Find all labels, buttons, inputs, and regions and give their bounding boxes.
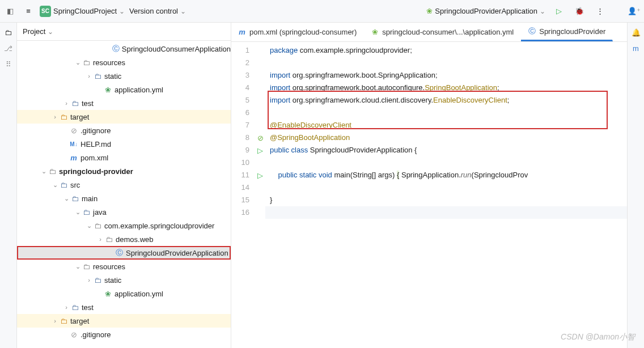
tree-label: .gitignore	[80, 330, 111, 339]
run-config-label: SpringcloudProviderApplication	[435, 7, 537, 15]
chevron-down-icon	[180, 7, 186, 15]
project-tool-title: Project	[23, 27, 45, 36]
tree-item[interactable]: ›🗀target	[17, 314, 231, 328]
structure-tool-button[interactable]: ⠿	[2, 58, 15, 70]
chevron-down-icon	[119, 7, 125, 15]
tree-chevron-icon: ⌄	[40, 168, 48, 175]
maven-tool-button[interactable]: m	[630, 42, 642, 54]
chevron-down-icon[interactable]	[48, 27, 53, 36]
chevron-down-icon	[540, 7, 545, 15]
tree-item[interactable]: ❀application.yml	[17, 287, 231, 300]
tree-chevron-icon: ⌄	[74, 59, 82, 66]
tree-item[interactable]: ⌄🗀src	[17, 178, 231, 192]
highlight-box	[268, 91, 608, 129]
tree-label: static	[104, 72, 121, 80]
code-line[interactable]	[265, 57, 627, 69]
tree-chevron-icon: ›	[51, 317, 59, 324]
tree-chevron-icon: ⌄	[74, 263, 82, 270]
code-content[interactable]: package com.example.springcloudprovider;…	[265, 42, 627, 348]
code-line[interactable]: import org.springframework.boot.SpringAp…	[265, 69, 627, 82]
run-config-selector[interactable]: ❀ SpringcloudProviderApplication	[426, 7, 545, 15]
line-numbers: 1234567891011141516	[231, 42, 255, 348]
tab-label: pom.xml (springcloud-consumer)	[249, 28, 357, 36]
tree-label: com.example.springcloudprovider	[104, 222, 214, 230]
tree-label: application.yml	[115, 290, 163, 298]
code-line[interactable]	[265, 181, 627, 194]
project-tree[interactable]: ⒸSpringcloudConsumerApplication⌄🗀resourc…	[17, 41, 231, 348]
code-line[interactable]: public static void main(String[] args) {…	[265, 169, 627, 181]
tree-label: test	[82, 99, 94, 108]
ide-logo-icon[interactable]: ◧	[3, 5, 17, 18]
tree-item[interactable]: ›🗀test	[17, 96, 231, 110]
code-line[interactable]	[265, 156, 627, 169]
project-tool-header: Project	[17, 23, 231, 41]
tree-item[interactable]: ›🗀static	[17, 273, 231, 287]
tree-chevron-icon: ⌄	[85, 222, 93, 230]
tree-item[interactable]: ⌄🗀com.example.springcloudprovider	[17, 219, 231, 232]
spring-icon: ❀	[426, 7, 433, 15]
tab-label: SpringcloudProvider	[539, 27, 605, 36]
tree-chevron-icon: ›	[51, 113, 59, 120]
version-control-button[interactable]: Version control	[129, 7, 186, 15]
tree-item[interactable]: ⌄🗀main	[17, 192, 231, 205]
tree-item[interactable]: ⌄🗀springcloud-provider	[17, 164, 231, 178]
editor-area: mpom.xml (springcloud-consumer)❀springcl…	[231, 23, 627, 348]
tree-label: resources	[93, 58, 125, 67]
tree-chevron-icon: ›	[62, 100, 70, 107]
tree-item[interactable]: mpom.xml	[17, 151, 231, 164]
tree-item[interactable]: ⌄🗀resources	[17, 56, 231, 69]
right-tool-strip: 🔔 m	[627, 23, 644, 348]
project-tool-window: Project ⒸSpringcloudConsumerApplication⌄…	[17, 23, 231, 348]
tree-item[interactable]: ›🗀demos.web	[17, 232, 231, 246]
code-line[interactable]: public class SpringcloudProviderApplicat…	[265, 144, 627, 156]
tree-label: application.yml	[115, 86, 163, 94]
more-actions-button[interactable]: ⋮	[593, 5, 607, 18]
vcs-label: Version control	[129, 7, 178, 15]
toolbar-left: ◧ ≡ SC SpringCloudProject Version contro…	[3, 5, 422, 18]
notifications-button[interactable]: 🔔	[630, 26, 642, 39]
tab-label: springcloud-consumer\...\application.yml	[382, 28, 514, 36]
project-selector[interactable]: SC SpringCloudProject	[40, 6, 125, 17]
tree-item[interactable]: ⌄🗀java	[17, 205, 231, 219]
tree-label: springcloud-provider	[59, 167, 133, 176]
tree-item[interactable]: ›🗀test	[17, 300, 231, 314]
project-tool-button[interactable]: 🗀	[2, 26, 15, 39]
editor-tab[interactable]: mpom.xml (springcloud-consumer)	[231, 23, 364, 41]
tree-item[interactable]: M↓HELP.md	[17, 137, 231, 151]
code-line[interactable]: }	[265, 194, 627, 206]
code-line[interactable]	[265, 206, 627, 219]
editor-tab[interactable]: ❀springcloud-consumer\...\application.ym…	[364, 23, 521, 41]
main-menu-button[interactable]: ≡	[22, 5, 35, 18]
tree-chevron-icon: ⌄	[74, 209, 82, 216]
main-area: 🗀 ⎇ ⠿ Project ⒸSpringcloudConsumerApplic…	[0, 23, 644, 348]
main-toolbar: ◧ ≡ SC SpringCloudProject Version contro…	[0, 0, 644, 23]
toolbar-right: ❀ SpringcloudProviderApplication ▷ 🐞 ⋮ 👤…	[426, 5, 641, 18]
tree-label: HELP.md	[80, 140, 111, 148]
tree-label: pom.xml	[80, 154, 108, 162]
tree-item[interactable]: ⒸSpringcloudConsumerApplication	[17, 42, 231, 56]
tab-icon: m	[238, 28, 246, 36]
tree-item[interactable]: ›🗀target	[17, 110, 231, 124]
run-button[interactable]: ▷	[552, 5, 566, 18]
editor-tabs: mpom.xml (springcloud-consumer)❀springcl…	[231, 23, 627, 42]
tree-item[interactable]: ❀application.yml	[17, 83, 231, 96]
tree-label: static	[104, 276, 121, 285]
code-line[interactable]: @SpringBootApplication	[265, 131, 627, 144]
code-editor[interactable]: 1234567891011141516 ⊘▷▷ package com.exam…	[231, 42, 627, 348]
tree-item[interactable]: ⒸSpringcloudProviderApplication	[17, 246, 231, 260]
tree-item[interactable]: ⌄🗀resources	[17, 260, 231, 273]
editor-tab[interactable]: ⒸSpringcloudProvider	[521, 23, 613, 41]
tree-chevron-icon: ›	[85, 277, 93, 283]
tree-item[interactable]: ⊘.gitignore	[17, 328, 231, 341]
tree-label: SpringcloudConsumerApplication	[122, 45, 231, 53]
tree-label: test	[82, 303, 94, 312]
code-line[interactable]: package com.example.springcloudprovider;	[265, 44, 627, 57]
tree-item[interactable]: ⊘.gitignore	[17, 124, 231, 137]
add-user-icon[interactable]: 👤⁺	[627, 5, 641, 18]
debug-button[interactable]: 🐞	[573, 5, 586, 18]
tree-item[interactable]: ›🗀static	[17, 69, 231, 83]
tree-label: src	[70, 181, 80, 189]
commit-tool-button[interactable]: ⎇	[2, 42, 15, 54]
tree-chevron-icon: ›	[62, 304, 70, 311]
tree-label: main	[82, 194, 98, 203]
